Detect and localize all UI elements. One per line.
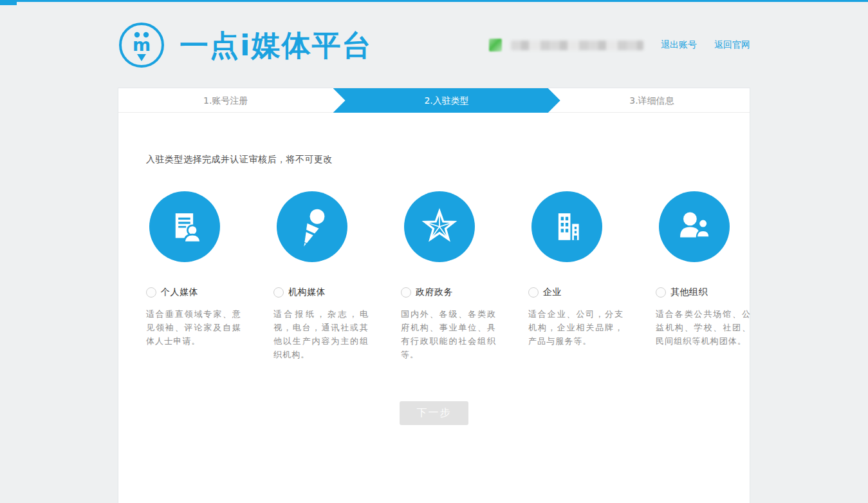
- people-icon: [659, 191, 730, 262]
- radio-personal-media[interactable]: 个人媒体: [146, 287, 273, 298]
- entry-type-options: 个人媒体 适合垂直领域专家、意见领袖、评论家及自媒体人士申请。: [146, 191, 722, 361]
- card-content: 入驻类型选择完成并认证审核后，将不可更改 个人媒体: [118, 154, 750, 425]
- option-description: 适合企业、公司，分支机构，企业相关品牌，产品与服务等。: [528, 307, 623, 348]
- option-description: 适合各类公共场馆、公益机构、学校、社团、民间组织等机构团体。: [656, 307, 751, 348]
- brand-title: 一点i媒体平台: [180, 31, 372, 60]
- next-step-button[interactable]: 下一步: [400, 401, 468, 425]
- microphone-icon: [277, 191, 347, 262]
- option-label: 企业: [543, 287, 562, 298]
- radio-other-organization[interactable]: 其他组织: [656, 287, 751, 298]
- stepper: 1.账号注册 2.入驻类型 3.详细信息: [118, 88, 750, 113]
- buildings-icon: [531, 191, 602, 262]
- brand-logo-icon: m: [118, 21, 165, 69]
- option-description: 适合垂直领域专家、意见领袖、评论家及自媒体人士申请。: [146, 307, 241, 348]
- radio-enterprise[interactable]: 企业: [528, 287, 656, 298]
- user-avatar: [489, 39, 502, 52]
- user-name-redacted: [511, 41, 643, 50]
- header: m 一点i媒体平台 退出账号 返回官网: [118, 14, 750, 76]
- radio-circle[interactable]: [528, 287, 539, 298]
- button-row: 下一步: [146, 401, 722, 425]
- notice-text: 入驻类型选择完成并认证审核后，将不可更改: [146, 154, 722, 166]
- step-entry-type-active: 2.入驻类型: [333, 88, 560, 113]
- svg-text:m: m: [133, 35, 151, 55]
- radio-circle[interactable]: [146, 287, 156, 298]
- option-label: 其他组织: [670, 287, 708, 298]
- option-personal-media: 个人媒体 适合垂直领域专家、意见领袖、评论家及自媒体人士申请。: [146, 191, 273, 361]
- option-label: 政府政务: [416, 287, 453, 298]
- radio-organization-media[interactable]: 机构媒体: [273, 287, 401, 298]
- option-enterprise: 企业 适合企业、公司，分支机构，企业相关品牌，产品与服务等。: [528, 191, 656, 361]
- logout-link[interactable]: 退出账号: [661, 39, 697, 51]
- option-description: 国内外、各级、各类政府机构、事业单位、具有行政职能的社会组织等。: [401, 307, 496, 361]
- option-label: 个人媒体: [161, 287, 198, 298]
- step-account-register: 1.账号注册: [118, 88, 333, 113]
- option-description: 适合报纸，杂志，电视，电台，通讯社或其他以生产内容为主的组织机构。: [273, 307, 369, 361]
- step-detail-info: 3.详细信息: [554, 88, 750, 113]
- radio-circle[interactable]: [656, 287, 666, 298]
- radio-government[interactable]: 政府政务: [401, 287, 528, 298]
- star-icon: [404, 191, 475, 262]
- brand: m 一点i媒体平台: [118, 21, 372, 69]
- top-accent-bar: [0, 0, 868, 2]
- radio-circle[interactable]: [401, 287, 411, 298]
- registration-card: 1.账号注册 2.入驻类型 3.详细信息 入驻类型选择完成并认证审核后，将不可更…: [118, 88, 750, 503]
- option-other-organization: 其他组织 适合各类公共场馆、公益机构、学校、社团、民间组织等机构团体。: [656, 191, 751, 361]
- back-to-official-site-link[interactable]: 返回官网: [714, 39, 750, 51]
- document-person-icon: [149, 191, 220, 262]
- top-left-accent: [0, 0, 17, 5]
- entry-type-page: { "colors": { "accent_blue": "#1aa2e0", …: [0, 0, 868, 503]
- option-organization-media: 机构媒体 适合报纸，杂志，电视，电台，通讯社或其他以生产内容为主的组织机构。: [273, 191, 401, 361]
- option-label: 机构媒体: [288, 287, 326, 298]
- radio-circle[interactable]: [273, 287, 284, 298]
- option-government: 政府政务 国内外、各级、各类政府机构、事业单位、具有行政职能的社会组织等。: [401, 191, 528, 361]
- header-account-area: 退出账号 返回官网: [489, 39, 750, 52]
